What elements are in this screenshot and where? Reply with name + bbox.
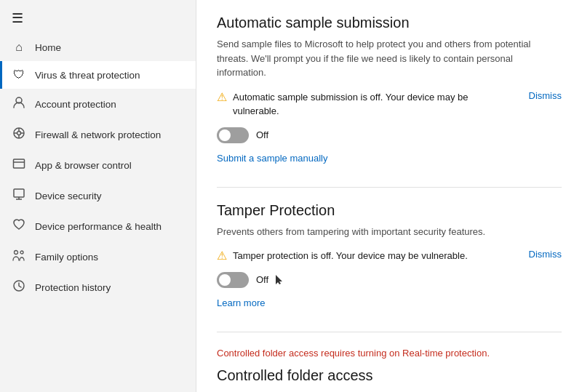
tamper-description: Prevents others from tampering with impo… xyxy=(217,225,562,239)
auto-sample-alert-text: Automatic sample submission is off. Your… xyxy=(233,90,517,119)
sidebar-item-family-options[interactable]: Family options xyxy=(0,241,196,272)
auto-sample-title: Automatic sample submission xyxy=(217,15,562,31)
auto-sample-alert-row: ⚠ Automatic sample submission is off. Yo… xyxy=(217,90,562,119)
tamper-toggle[interactable] xyxy=(217,272,249,288)
family-icon xyxy=(12,249,26,265)
sidebar: ☰ ⌂ Home 🛡 Virus & threat protection Acc… xyxy=(0,0,196,392)
sidebar-item-firewall[interactable]: Firewall & network protection xyxy=(0,119,196,150)
tamper-alert-text: Tamper protection is off. Your device ma… xyxy=(233,249,517,263)
firewall-icon xyxy=(12,127,26,143)
tamper-dismiss[interactable]: Dismiss xyxy=(529,249,562,260)
tamper-title: Tamper Protection xyxy=(217,202,562,219)
main-content: Automatic sample submission Send sample … xyxy=(196,0,582,392)
controlled-folder-description: Protect files, folders, and memory areas… xyxy=(217,390,562,393)
sidebar-label-app-browser: App & browser control xyxy=(35,160,132,171)
device-security-icon xyxy=(12,188,26,204)
sidebar-label-home: Home xyxy=(35,42,61,53)
sidebar-label-firewall: Firewall & network protection xyxy=(35,129,161,140)
auto-sample-dismiss[interactable]: Dismiss xyxy=(529,90,562,101)
controlled-folder-title: Controlled folder access xyxy=(217,367,562,384)
sidebar-label-device-health: Device performance & health xyxy=(35,221,162,232)
sidebar-item-home[interactable]: ⌂ Home xyxy=(0,33,196,61)
sidebar-item-virus-threat[interactable]: 🛡 Virus & threat protection xyxy=(0,61,196,89)
tamper-alert-row: ⚠ Tamper protection is off. Your device … xyxy=(217,249,562,263)
cursor xyxy=(276,275,284,285)
sidebar-label-account-protection: Account protection xyxy=(35,99,116,110)
warning-icon-1: ⚠ xyxy=(217,90,227,104)
sidebar-label-protection-history: Protection history xyxy=(35,282,111,293)
account-icon xyxy=(12,96,26,112)
auto-sample-toggle-row: Off xyxy=(217,127,562,143)
tamper-protection-section: Tamper Protection Prevents others from t… xyxy=(217,202,562,311)
tamper-toggle-label: Off xyxy=(256,274,268,285)
home-icon: ⌂ xyxy=(12,41,26,54)
controlled-folder-warning: Controlled folder access requires turnin… xyxy=(217,348,490,359)
auto-sample-toggle-label: Off xyxy=(256,129,268,140)
svg-point-2 xyxy=(17,132,21,135)
sidebar-item-account-protection[interactable]: Account protection xyxy=(0,89,196,119)
warning-icon-2: ⚠ xyxy=(217,249,227,263)
tamper-toggle-row: Off xyxy=(217,272,562,288)
sidebar-item-device-health[interactable]: Device performance & health xyxy=(0,211,196,241)
heart-icon xyxy=(12,218,26,234)
svg-rect-7 xyxy=(14,159,25,168)
svg-rect-9 xyxy=(14,189,24,197)
shield-icon: 🛡 xyxy=(12,68,26,81)
browser-icon xyxy=(12,157,26,173)
sidebar-item-device-security[interactable]: Device security xyxy=(0,180,196,211)
sidebar-label-device-security: Device security xyxy=(35,191,102,201)
auto-sample-section: Automatic sample submission Send sample … xyxy=(217,15,562,167)
controlled-folder-section: Controlled folder access requires turnin… xyxy=(217,347,562,393)
sidebar-label-family-options: Family options xyxy=(35,252,98,263)
auto-sample-description: Send sample files to Microsoft to help p… xyxy=(217,37,562,80)
tamper-learn-more-link[interactable]: Learn more xyxy=(217,297,265,308)
divider-2 xyxy=(217,332,562,332)
svg-point-12 xyxy=(15,251,18,255)
submit-sample-link[interactable]: Submit a sample manually xyxy=(217,153,327,164)
sidebar-item-app-browser[interactable]: App & browser control xyxy=(0,150,196,180)
sidebar-label-virus-threat: Virus & threat protection xyxy=(35,70,140,81)
divider-1 xyxy=(217,187,562,188)
hamburger-menu[interactable]: ☰ xyxy=(0,3,196,33)
history-icon xyxy=(12,279,26,295)
svg-point-13 xyxy=(20,251,23,254)
sidebar-item-protection-history[interactable]: Protection history xyxy=(0,272,196,303)
auto-sample-toggle[interactable] xyxy=(217,127,249,143)
